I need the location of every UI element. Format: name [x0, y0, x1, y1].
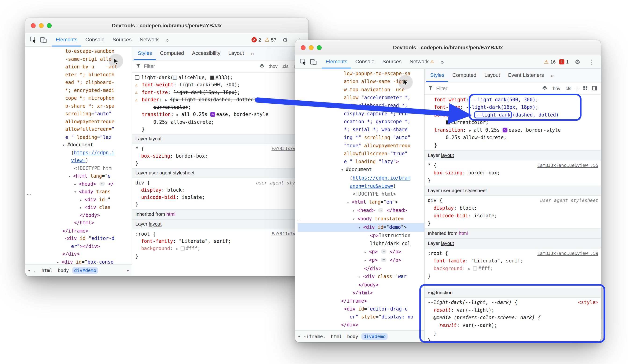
tree-node[interactable]: <!DOCTYPE htm — [28, 165, 132, 172]
tab-sources[interactable]: Sources — [108, 33, 136, 47]
tree-node[interactable]: ead *; clipboard- — [28, 79, 132, 87]
tree-node[interactable]: <p>Instruction — [298, 232, 424, 240]
tree-node[interactable]: *; serial *; web-share — [298, 126, 424, 133]
tree-node[interactable]: w-top-navigation -use — [298, 86, 424, 94]
toggle-element-state-button[interactable]: :hov — [551, 86, 560, 91]
tree-node[interactable]: ation-by-u -act — [28, 63, 132, 71]
tree-node[interactable]: ▸ <p> ⋯ </p> — [298, 248, 424, 256]
tree-node[interactable]: (https://cdpn.io/bram — [298, 174, 424, 182]
tree-node[interactable]: </iframe> — [28, 227, 132, 235]
tree-node[interactable]: er" style="display: no — [298, 313, 424, 321]
tab-event-listeners[interactable]: Event Listeners — [504, 69, 548, 82]
tree-node[interactable]: e " loading="lazy"> — [298, 158, 424, 166]
tree-node[interactable]: view=) — [28, 157, 132, 165]
breadcrumb-scroll-right-icon[interactable]: ▸ — [126, 268, 131, 273]
tree-node[interactable]: </iframe> — [298, 297, 424, 305]
toggle-element-state-button[interactable]: :hov — [269, 64, 277, 69]
tree-node[interactable]: allowpaymentreque — [28, 118, 132, 126]
tree-node[interactable]: display-capture *; enc — [298, 110, 424, 118]
minimize-button[interactable] — [39, 23, 44, 28]
tab-accessibility[interactable]: Accessibility — [188, 47, 224, 60]
tree-node[interactable]: light/dark col — [298, 240, 424, 247]
text-segment[interactable]: view= — [71, 158, 85, 163]
tab-computed[interactable]: Computed — [448, 69, 480, 82]
breadcrumb-item-div#demo[interactable]: div#demo — [72, 267, 98, 274]
kebab-menu-icon[interactable]: ⋮ — [586, 57, 597, 66]
tree-node[interactable]: </body> — [28, 212, 132, 219]
layers-icon[interactable] — [542, 85, 548, 92]
checkbox-icon[interactable] — [135, 75, 140, 80]
tree-node[interactable]: scrolling="auto" — [28, 110, 132, 118]
tab-console[interactable]: Console — [81, 33, 108, 47]
console-errors-badge[interactable]: ✕ 2 — [252, 37, 261, 43]
tab-styles[interactable]: Styles — [426, 69, 448, 82]
tree-node[interactable]: ▸ <div class="war — [298, 272, 424, 281]
tree-node[interactable]: <div id="editor-d — [28, 235, 132, 243]
new-style-rule-button[interactable]: + — [575, 85, 579, 92]
close-button[interactable] — [301, 45, 306, 50]
layers-icon[interactable] — [259, 63, 265, 69]
tab-layout[interactable]: Layout — [480, 69, 504, 82]
breadcrumb-scroll-left-icon[interactable]: ◂ — [26, 268, 32, 273]
tree-node[interactable]: </div> — [298, 265, 424, 272]
tree-node[interactable]: </div> — [298, 321, 424, 329]
text-segment[interactable]: layout — [149, 136, 161, 142]
tree-node[interactable]: ocation *; gyroscope *; — [298, 118, 424, 126]
tree-node[interactable]: ▾ <div id="demo"> — [298, 223, 424, 232]
tree-node[interactable]: ing *" scrolling="auto" — [298, 133, 424, 141]
breadcrumb-item-div#demo[interactable]: div#demo — [361, 333, 388, 340]
breadcrumb-item-html[interactable]: html — [329, 333, 344, 340]
tree-node[interactable]: ation allow-same -igir — [298, 77, 424, 85]
tree-node[interactable]: ▾ #document — [28, 141, 132, 149]
tree-node[interactable]: eter *; bluetooth — [28, 71, 132, 79]
more-sidebar-tabs-icon[interactable]: » — [548, 72, 556, 78]
inspect-element-icon[interactable] — [28, 35, 38, 45]
breadcrumb-scroll-right-icon[interactable]: ▸ — [418, 334, 423, 339]
styles-filter-input[interactable]: Filter — [144, 63, 155, 69]
tree-node[interactable]: ▸ <div id="box-conso — [28, 258, 132, 264]
style-source-link[interactable]: <style> — [578, 299, 599, 306]
overflow-ellipsis-button[interactable]: ⋯ — [296, 218, 302, 222]
tree-node[interactable]: ▾ <body trans — [28, 188, 132, 196]
tree-node[interactable]: <div id="editor-drag-c — [298, 305, 424, 313]
minimize-button[interactable] — [309, 45, 314, 50]
tree-node[interactable]: b-share *; xr-spa — [28, 102, 132, 110]
breadcrumb-item-.[interactable]: . — [32, 267, 38, 274]
tab-styles[interactable]: Styles — [134, 47, 156, 60]
tab-network[interactable]: Network⚠ — [405, 55, 438, 68]
close-button[interactable] — [31, 23, 36, 28]
tree-node[interactable]: ▾ <html lang="e — [28, 173, 132, 180]
tab-network[interactable]: Network — [136, 33, 163, 47]
tree-node[interactable]: anon=true&view=) — [298, 182, 424, 190]
tree-node[interactable]: e " loading="laz — [28, 133, 132, 141]
breadcrumb-scroll-left-icon[interactable]: ◂ — [296, 334, 302, 339]
breadcrumb-item-html[interactable]: html — [39, 267, 55, 274]
settings-gear-icon[interactable]: ⚙ — [280, 35, 291, 45]
tree-node[interactable]: a *; clipboard-read *; — [298, 102, 424, 110]
tab-elements[interactable]: Elements — [321, 55, 351, 68]
rule-source-link[interactable]: EaYBJJx?ano…ue&view=:55 — [537, 162, 598, 169]
element-classes-button[interactable]: .cls — [282, 64, 289, 69]
titlebar[interactable]: DevTools - codepen.io/bramus/pen/EaYBJJx — [25, 18, 309, 33]
tree-node[interactable]: cope *; microphon — [28, 94, 132, 102]
toggle-sidebar-panel-icon[interactable] — [592, 85, 598, 92]
more-panels-icon[interactable]: » — [163, 37, 171, 43]
text-segment[interactable]: https://cdpn.i — [74, 150, 114, 156]
tree-node[interactable]: "true" allowpaymentrequ — [298, 142, 424, 150]
rule-source-link[interactable]: EaYBJJx?ano…ue&view=:59 — [537, 249, 598, 257]
tree-node[interactable]: </html> — [28, 219, 132, 227]
tree-node[interactable]: ▸ <p> ⋯ </p> — [298, 256, 424, 265]
device-toolbar-icon[interactable] — [38, 35, 49, 45]
tree-node[interactable]: allow="accelerometer *; — [298, 94, 424, 102]
breadcrumb-item-body[interactable]: body — [345, 333, 360, 340]
zoom-button[interactable] — [317, 45, 321, 50]
settings-gear-icon[interactable]: ⚙ — [572, 57, 583, 66]
tree-node[interactable]: ▾ <html lang="en"> — [298, 198, 424, 206]
tree-node[interactable]: ▸ <head> ⋯ </head> — [298, 206, 424, 215]
tree-node[interactable]: </div> — [28, 250, 132, 258]
more-sidebar-tabs-icon[interactable]: » — [248, 50, 257, 57]
tab-computed[interactable]: Computed — [156, 47, 188, 60]
text-segment[interactable]: layout — [149, 221, 161, 227]
device-toolbar-icon[interactable] — [308, 57, 318, 66]
tree-node[interactable]: <!DOCTYPE html> — [298, 190, 424, 198]
